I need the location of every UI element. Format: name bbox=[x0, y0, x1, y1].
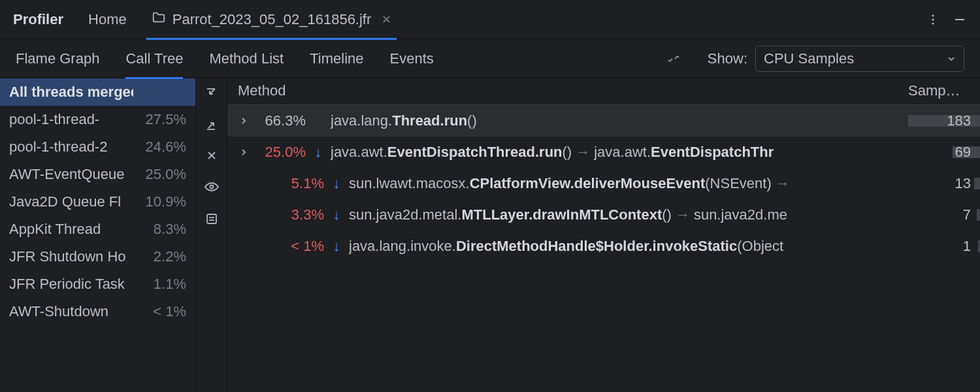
list-icon[interactable] bbox=[204, 212, 219, 226]
samples-cell: 183 bbox=[908, 112, 980, 129]
view-tab-bar: Flame GraphCall TreeMethod ListTimelineE… bbox=[0, 39, 980, 78]
method-signature: sun.java2d.metal.MTLLayer.drawInMTLConte… bbox=[349, 206, 787, 223]
tree-row[interactable]: 25.0%↓java.awt.EventDispatchThread.run()… bbox=[227, 137, 980, 168]
thread-pct: 25.0% bbox=[146, 166, 186, 183]
show-label: Show: bbox=[708, 50, 747, 67]
tree-header: Method Samp… bbox=[227, 78, 980, 105]
thread-list: All threads mergedpool-1-thread-27.5%poo… bbox=[0, 78, 196, 392]
file-tab-label: Parrot_2023_05_02_161856.jfr bbox=[172, 11, 372, 28]
thread-row[interactable]: Java2D Queue Fl10.9% bbox=[0, 188, 195, 216]
thread-pct: 27.5% bbox=[146, 111, 186, 128]
thread-row[interactable]: JFR Shutdown Ho2.2% bbox=[0, 243, 195, 270]
svg-point-1 bbox=[932, 18, 934, 20]
thread-name: pool-1-thread-2 bbox=[9, 139, 107, 155]
thread-row[interactable]: AppKit Thread8.3% bbox=[0, 216, 195, 243]
close-small-icon[interactable] bbox=[205, 149, 218, 162]
recursion-arrow-icon: ↓ bbox=[312, 144, 324, 161]
thread-name: All threads merged bbox=[9, 84, 133, 101]
minimize-icon[interactable] bbox=[953, 12, 967, 27]
folder-icon bbox=[152, 10, 166, 29]
thread-name: pool-1-thread- bbox=[9, 111, 99, 128]
method-signature: java.lang.Thread.run() bbox=[331, 112, 477, 129]
method-signature: sun.lwawt.macosx.CPlatformView.deliverMo… bbox=[349, 175, 794, 192]
svg-point-2 bbox=[932, 22, 934, 24]
thread-name: JFR Shutdown Ho bbox=[9, 248, 126, 265]
more-icon[interactable] bbox=[926, 13, 939, 26]
thread-name: Java2D Queue Fl bbox=[9, 193, 121, 210]
collapse-up-icon[interactable] bbox=[204, 118, 219, 132]
tree-row[interactable]: 66.3%java.lang.Thread.run()183 bbox=[227, 105, 980, 137]
profiler-title: Profiler bbox=[13, 11, 63, 28]
thread-pct: 10.9% bbox=[146, 193, 186, 210]
tree-row[interactable]: 5.1%↓sun.lwawt.macosx.CPlatformView.deli… bbox=[227, 168, 980, 199]
percentage: 66.3% bbox=[252, 112, 306, 129]
thread-name: JFR Periodic Task bbox=[9, 276, 125, 293]
thread-row[interactable]: JFR Periodic Task1.1% bbox=[0, 270, 195, 298]
svg-rect-5 bbox=[207, 214, 216, 223]
method-signature: java.awt.EventDispatchThread.run()→java.… bbox=[331, 144, 774, 161]
thread-pct: 2.2% bbox=[154, 248, 186, 265]
samples-cell: 13 bbox=[908, 175, 980, 192]
column-method[interactable]: Method bbox=[227, 82, 908, 99]
thread-row[interactable]: AWT-EventQueue25.0% bbox=[0, 161, 195, 188]
column-samples[interactable]: Samp… bbox=[908, 82, 980, 99]
expand-arrow-icon[interactable] bbox=[235, 148, 252, 156]
show-select-value: CPU Samples bbox=[764, 50, 854, 67]
recursion-arrow-icon: ↓ bbox=[331, 206, 342, 223]
thread-row[interactable]: pool-1-thread-224.6% bbox=[0, 133, 195, 161]
thread-name: AppKit Thread bbox=[9, 221, 101, 238]
tab-call-tree[interactable]: Call Tree bbox=[125, 39, 183, 78]
percentage: < 1% bbox=[270, 238, 324, 255]
tab-timeline[interactable]: Timeline bbox=[310, 39, 363, 78]
recursion-arrow-icon: ↓ bbox=[331, 175, 342, 192]
show-select[interactable]: CPU Samples bbox=[755, 46, 964, 72]
thread-pct: < 1% bbox=[153, 303, 186, 320]
tab-file[interactable]: Parrot_2023_05_02_161856.jfr ✕ bbox=[146, 0, 397, 39]
top-tab-bar: Profiler Home Parrot_2023_05_02_161856.j… bbox=[0, 0, 980, 39]
expand-down-icon[interactable] bbox=[204, 86, 219, 101]
method-signature: java.lang.invoke.DirectMethodHandle$Hold… bbox=[349, 238, 783, 255]
recursion-arrow-icon: ↓ bbox=[331, 238, 342, 255]
eye-icon[interactable] bbox=[204, 179, 220, 195]
thread-row[interactable]: All threads merged bbox=[0, 78, 195, 106]
tab-home[interactable]: Home bbox=[88, 11, 127, 28]
samples-cell: 7 bbox=[908, 206, 980, 223]
thread-name: AWT-Shutdown bbox=[9, 303, 108, 320]
chevron-down-icon bbox=[947, 50, 956, 67]
thread-pct: 1.1% bbox=[154, 276, 186, 293]
tab-events[interactable]: Events bbox=[390, 39, 434, 78]
percentage: 3.3% bbox=[270, 206, 324, 223]
thread-row[interactable]: AWT-Shutdown< 1% bbox=[0, 298, 195, 325]
svg-point-4 bbox=[210, 186, 213, 189]
samples-cell: 1 bbox=[908, 238, 980, 255]
expand-arrow-icon[interactable] bbox=[235, 117, 252, 125]
tab-flame-graph[interactable]: Flame Graph bbox=[16, 39, 99, 78]
close-icon[interactable]: ✕ bbox=[382, 12, 391, 27]
tab-method-list[interactable]: Method List bbox=[209, 39, 284, 78]
percentage: 5.1% bbox=[270, 175, 324, 192]
swap-calls-icon[interactable] bbox=[666, 51, 681, 67]
tree-row[interactable]: 3.3%↓sun.java2d.metal.MTLLayer.drawInMTL… bbox=[227, 199, 980, 231]
tree-action-column bbox=[196, 78, 227, 392]
thread-pct: 24.6% bbox=[146, 139, 186, 155]
call-tree-panel: Method Samp… 66.3%java.lang.Thread.run()… bbox=[227, 78, 980, 392]
svg-point-0 bbox=[932, 14, 934, 16]
thread-row[interactable]: pool-1-thread-27.5% bbox=[0, 106, 195, 133]
percentage: 25.0% bbox=[252, 144, 306, 161]
thread-name: AWT-EventQueue bbox=[9, 166, 124, 183]
samples-cell: 69 bbox=[908, 144, 980, 161]
tree-row[interactable]: < 1%↓java.lang.invoke.DirectMethodHandle… bbox=[227, 231, 980, 262]
thread-pct: 8.3% bbox=[154, 221, 186, 238]
